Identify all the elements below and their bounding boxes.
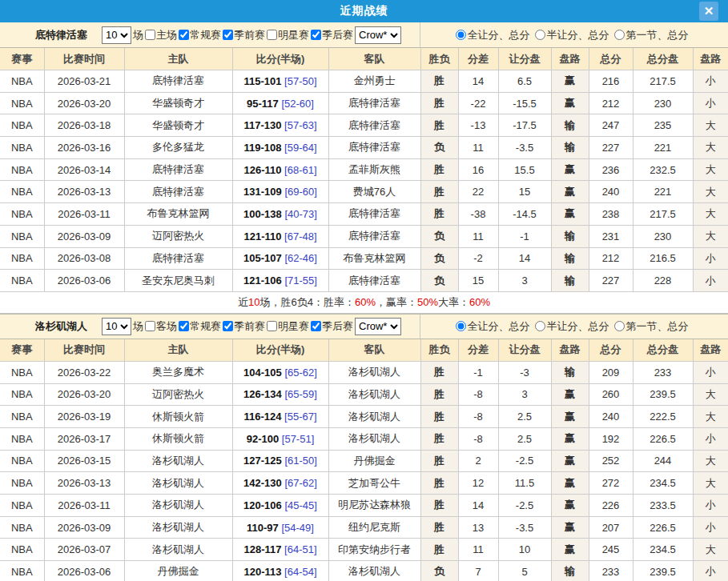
total-cell: 226 — [589, 495, 633, 517]
games-count-select[interactable]: 10 — [102, 26, 131, 44]
date-cell: 2026-03-11 — [44, 203, 124, 226]
over-under-cell: 大 — [693, 383, 728, 406]
column-header: 客队 — [328, 339, 420, 362]
odds-source-select[interactable]: Crow* — [355, 318, 401, 335]
column-header: 比分(半场) — [232, 339, 328, 362]
over-under-cell: 小 — [693, 270, 728, 292]
summary-text-segment: ，赢率： — [376, 295, 417, 310]
filter-checkbox[interactable]: 客场 — [143, 319, 177, 334]
checkbox-input[interactable] — [223, 30, 233, 40]
checkbox-input[interactable] — [179, 30, 189, 40]
checkbox-input[interactable] — [179, 321, 189, 331]
total-line-cell: 235 — [633, 114, 693, 137]
column-header: 赛事 — [0, 48, 44, 70]
view-mode-radio[interactable]: 全让分、总分 — [456, 28, 530, 42]
date-cell: 2026-03-13 — [44, 181, 124, 203]
close-button[interactable]: ✕ — [699, 2, 718, 21]
checkbox-input[interactable] — [223, 321, 233, 331]
total-cell: 233 — [589, 561, 633, 581]
view-mode-radio-group: 全让分、总分半让分、总分第一节、总分 — [420, 22, 728, 47]
total-cell: 260 — [589, 383, 633, 406]
handicap-cell: 15.5 — [498, 158, 551, 181]
checkbox-input[interactable] — [267, 30, 277, 40]
table-row: NBA2026-03-17休斯顿火箭92-100 [57-51]洛杉矶湖人胜-8… — [0, 427, 728, 450]
result-cell: 胜 — [420, 516, 458, 539]
total-line-cell: 233 — [633, 361, 693, 383]
table-row: NBA2026-03-19休斯顿火箭116-124 [55-67]洛杉矶湖人胜-… — [0, 406, 728, 428]
results-table: 赛事比赛时间主队比分(半场)客队胜负分差让分盘盘路总分总分盘盘路 NBA2026… — [0, 339, 728, 581]
league-cell: NBA — [0, 114, 44, 137]
league-cell: NBA — [0, 495, 44, 517]
total-cell: 240 — [589, 181, 633, 203]
table-row: NBA2026-03-08底特律活塞105-107 [62-46]布鲁克林篮网负… — [0, 247, 728, 270]
away-team-cell: 洛杉矶湖人 — [328, 561, 420, 581]
odds-source-select[interactable]: Crow* — [355, 26, 401, 44]
final-score: 126-110 — [243, 164, 281, 176]
checkbox-input[interactable] — [311, 30, 321, 40]
filter-checkbox[interactable]: 明星赛 — [265, 28, 309, 42]
checkbox-input[interactable] — [145, 30, 155, 40]
over-under-cell: 大 — [693, 472, 728, 495]
diff-cell: 12 — [458, 472, 498, 495]
checkbox-input[interactable] — [267, 321, 277, 331]
filter-checkbox[interactable]: 常规赛 — [177, 28, 221, 42]
total-cell: 238 — [589, 203, 633, 226]
date-cell: 2026-03-07 — [44, 539, 124, 561]
checkbox-input[interactable] — [311, 321, 321, 331]
diff-cell: 14 — [458, 495, 498, 517]
radio-input[interactable] — [535, 30, 545, 40]
halftime-score: [62-46] — [282, 252, 317, 264]
handicap-cell: 10 — [498, 539, 551, 561]
view-mode-radio[interactable]: 半让分、总分 — [535, 28, 609, 42]
score-cell: 126-134 [65-59] — [232, 383, 328, 406]
summary-text-segment: 场，胜6负4：胜率： — [259, 295, 354, 310]
league-cell: NBA — [0, 472, 44, 495]
view-mode-radio[interactable]: 半让分、总分 — [535, 319, 609, 334]
over-under-cell: 大 — [693, 203, 728, 226]
filter-checkbox[interactable]: 季前赛 — [221, 319, 265, 334]
radio-label: 半让分、总分 — [547, 319, 609, 334]
view-mode-radio[interactable]: 第一节、总分 — [614, 319, 689, 334]
table-row: NBA2026-03-22奥兰多魔术104-105 [65-62]洛杉矶湖人胜-… — [0, 361, 728, 383]
filter-checkbox[interactable]: 主场 — [143, 28, 177, 42]
away-team-cell: 明尼苏达森林狼 — [328, 495, 420, 517]
filter-checkbox[interactable]: 常规赛 — [177, 319, 221, 334]
diff-cell: -8 — [458, 406, 498, 428]
radio-input[interactable] — [614, 30, 625, 40]
checkbox-input[interactable] — [145, 321, 155, 331]
table-row: NBA2026-03-13底特律活塞131-109 [69-60]费城76人胜2… — [0, 181, 728, 203]
diff-cell: 11 — [458, 539, 498, 561]
radio-input[interactable] — [535, 321, 545, 331]
table-row: NBA2026-03-18华盛顿奇才117-130 [57-63]底特律活塞胜-… — [0, 114, 728, 137]
handicap-cell: 2.5 — [498, 406, 551, 428]
diff-cell: 15 — [458, 270, 498, 292]
radio-label: 半让分、总分 — [547, 28, 609, 42]
radio-input[interactable] — [614, 321, 625, 331]
away-team-cell: 纽约尼克斯 — [328, 516, 420, 539]
away-team-cell: 洛杉矶湖人 — [328, 383, 420, 406]
date-cell: 2026-03-17 — [44, 427, 124, 450]
radio-input[interactable] — [456, 321, 466, 331]
score-cell: 115-101 [57-50] — [232, 70, 328, 93]
over-under-cell: 大 — [693, 114, 728, 137]
league-cell: NBA — [0, 225, 44, 247]
diff-cell: 11 — [458, 225, 498, 247]
filter-checkbox[interactable]: 季前赛 — [221, 28, 265, 42]
games-count-select[interactable]: 10 — [102, 318, 131, 335]
filter-checkbox[interactable]: 季后赛 — [309, 28, 353, 42]
radio-input[interactable] — [456, 30, 466, 40]
summary-text-segment: 近 — [238, 295, 248, 310]
score-cell: 128-117 [64-51] — [232, 539, 328, 561]
total-cell: 212 — [589, 92, 633, 114]
column-header: 主队 — [124, 339, 232, 362]
handicap-cell: 15 — [498, 181, 551, 203]
over-under-cell: 大 — [693, 539, 728, 561]
filter-checkbox[interactable]: 季后赛 — [309, 319, 353, 334]
view-mode-radio[interactable]: 第一节、总分 — [614, 28, 689, 42]
result-cell: 负 — [420, 561, 458, 581]
table-row: NBA2026-03-06圣安东尼奥马刺121-106 [71-55]底特律活塞… — [0, 270, 728, 292]
team-name-label: 底特律活塞 — [35, 28, 87, 42]
view-mode-radio[interactable]: 全让分、总分 — [456, 319, 530, 334]
total-cell: 236 — [589, 158, 633, 181]
filter-checkbox[interactable]: 明星赛 — [265, 319, 309, 334]
